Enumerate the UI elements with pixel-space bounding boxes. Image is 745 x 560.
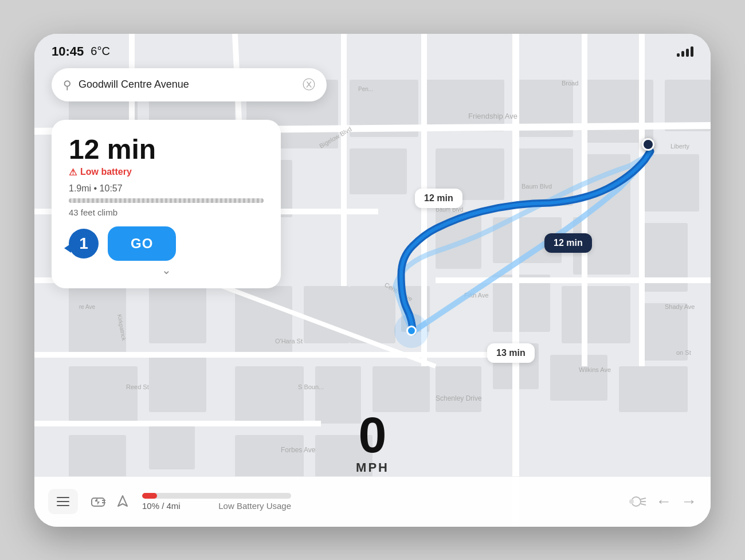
current-location	[394, 314, 429, 348]
battery-labels: 10% / 4mi Low Battery Usage	[142, 501, 291, 511]
svg-rect-36	[372, 366, 430, 412]
svg-rect-6	[69, 366, 138, 424]
back-button[interactable]: ←	[656, 492, 672, 511]
low-battery-label: Low battery	[80, 167, 132, 177]
destination-pin	[642, 138, 654, 151]
svg-text:Shady Ave: Shady Ave	[665, 303, 695, 310]
route-card-actions: 1 GO	[69, 226, 264, 261]
route-meta: 1.9mi • 10:57	[69, 183, 264, 194]
svg-rect-27	[562, 286, 630, 343]
svg-line-89	[641, 498, 646, 499]
status-temp: 6°C	[91, 45, 110, 58]
battery-bar	[142, 493, 291, 499]
svg-text:Friendship Ave: Friendship Ave	[468, 112, 517, 120]
svg-rect-13	[350, 148, 407, 194]
navigate-icon	[115, 494, 131, 510]
battery-usage-label: Low Battery Usage	[218, 501, 291, 511]
svg-text:Reed St: Reed St	[126, 383, 149, 390]
route-bubble-13min: 13 min	[487, 343, 535, 363]
svg-text:Broad: Broad	[562, 80, 578, 87]
route-card: 12 min ⚠ Low battery 1.9mi • 10:57 43 fe…	[52, 120, 281, 288]
search-icon: ⚲	[63, 78, 72, 92]
svg-line-91	[641, 504, 646, 505]
route-badge: 1	[69, 229, 99, 259]
svg-rect-40	[235, 435, 304, 481]
svg-text:Wilkins Ave: Wilkins Ave	[579, 366, 611, 373]
navigate-button[interactable]	[115, 494, 131, 510]
svg-text:Pen...: Pen...	[358, 86, 373, 92]
svg-text:Schenley Drive: Schenley Drive	[436, 394, 482, 402]
svg-marker-87	[118, 496, 127, 506]
route-duration: 12 min	[69, 136, 264, 163]
svg-rect-14	[424, 80, 504, 131]
route-badge-number: 1	[79, 234, 88, 253]
ev-icon	[89, 494, 108, 510]
battery-section: 10% / 4mi Low Battery Usage	[142, 493, 303, 511]
svg-rect-42	[149, 286, 206, 343]
svg-text:S Boun...: S Boun...	[298, 383, 324, 390]
bottom-toolbar: 10% / 4mi Low Battery Usage ← →	[34, 476, 711, 527]
svg-rect-44	[149, 424, 195, 469]
svg-rect-20	[516, 148, 573, 206]
svg-text:re Ave: re Ave	[79, 304, 96, 310]
svg-rect-37	[436, 366, 481, 412]
toolbar-right: ← →	[626, 492, 697, 511]
device-frame: Friendship Ave Broad Bigelow Blvd Smallm…	[34, 34, 711, 527]
forward-button[interactable]: →	[681, 492, 697, 511]
status-bar: 10:45 6°C	[52, 44, 693, 59]
status-time: 10:45	[52, 44, 84, 59]
clear-search-button[interactable]: ⓧ	[303, 76, 315, 93]
search-value: Goodwill Centre Avenue	[79, 79, 296, 91]
speed-value: 0	[356, 410, 389, 460]
svg-rect-35	[315, 366, 361, 424]
low-battery-warning: ⚠ Low battery	[69, 167, 264, 178]
route-bubble-12min-top: 12 min	[415, 189, 462, 208]
route-climb: 43 feet climb	[69, 207, 264, 217]
elevation-bar	[69, 198, 264, 203]
svg-point-92	[629, 499, 634, 504]
svg-rect-19	[642, 154, 699, 212]
go-button[interactable]: GO	[108, 226, 176, 261]
battery-fill	[142, 493, 157, 499]
headlights-icon	[626, 494, 646, 510]
svg-text:on St: on St	[676, 349, 691, 356]
svg-text:O'Hara St: O'Hara St	[275, 338, 303, 344]
svg-rect-45	[69, 435, 126, 481]
route-bubble-12min-dark: 12 min	[544, 233, 592, 253]
svg-text:Liberty: Liberty	[670, 143, 690, 150]
car-area	[89, 494, 131, 510]
menu-button[interactable]	[48, 489, 78, 514]
menu-icon	[57, 501, 69, 502]
svg-text:Forbes Ave: Forbes Ave	[281, 446, 316, 454]
ev-charging-button[interactable]	[89, 494, 108, 510]
speed-display: 0 MPH	[356, 410, 389, 475]
menu-icon	[57, 497, 69, 498]
menu-icon	[57, 505, 69, 506]
signal-icon	[677, 46, 693, 57]
search-bar[interactable]: ⚲ Goodwill Centre Avenue ⓧ	[52, 68, 327, 101]
expand-button[interactable]: ⌄	[69, 263, 264, 277]
warning-icon: ⚠	[69, 167, 77, 178]
svg-rect-43	[149, 355, 206, 412]
svg-text:Baum Blvd: Baum Blvd	[522, 183, 552, 190]
headlights-button[interactable]	[626, 494, 646, 510]
speed-unit: MPH	[356, 460, 389, 475]
svg-rect-34	[235, 366, 304, 424]
svg-rect-31	[619, 366, 688, 412]
svg-rect-33	[304, 286, 350, 343]
battery-percentage: 10% / 4mi	[142, 501, 181, 511]
svg-rect-30	[550, 355, 607, 401]
